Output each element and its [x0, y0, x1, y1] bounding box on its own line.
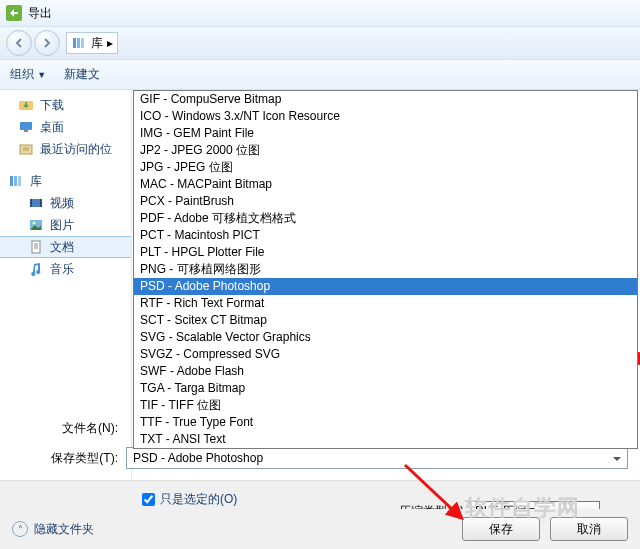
download-icon [18, 97, 34, 113]
svg-rect-9 [18, 176, 21, 186]
nav-bar: 库 ▸ [0, 26, 640, 60]
svg-rect-15 [32, 241, 40, 253]
path-box[interactable]: 库 ▸ [66, 32, 118, 54]
svg-rect-12 [40, 199, 42, 207]
back-button[interactable] [6, 30, 32, 56]
chevron-up-icon: ˄ [12, 521, 28, 537]
path-label: 库 [91, 35, 103, 52]
recent-icon [18, 141, 34, 157]
pictures-icon [28, 217, 44, 233]
organize-menu[interactable]: 组织 ▼ [10, 66, 46, 83]
svg-rect-11 [30, 199, 32, 207]
window-title: 导出 [28, 5, 52, 22]
dropdown-item[interactable]: IMG - GEM Paint File [134, 125, 637, 142]
dropdown-item[interactable]: GIF - CompuServe Bitmap [134, 91, 637, 108]
svg-rect-5 [24, 130, 28, 132]
nav-buttons [6, 30, 60, 56]
svg-rect-7 [10, 176, 13, 186]
sidebar-item-label: 下载 [40, 97, 64, 114]
save-type-dropdown-list[interactable]: GIF - CompuServe BitmapICO - Windows 3.x… [133, 90, 638, 449]
save-button[interactable]: 保存 [462, 517, 540, 541]
forward-button[interactable] [34, 30, 60, 56]
dropdown-item[interactable]: SVGZ - Compressed SVG [134, 346, 637, 363]
dropdown-item[interactable]: PCT - Macintosh PICT [134, 227, 637, 244]
library-icon [8, 173, 24, 189]
main-area: 下载 桌面 最近访问的位 库 视频 图片 [0, 90, 640, 480]
sidebar-item-label: 文档 [50, 239, 74, 256]
svg-rect-2 [81, 38, 84, 48]
checkbox-input[interactable] [142, 493, 155, 506]
library-icon [71, 35, 87, 51]
new-folder-button[interactable]: 新建文 [64, 66, 100, 83]
svg-point-14 [33, 222, 36, 225]
bottom-bar: ˄ 隐藏文件夹 保存 取消 [0, 509, 640, 549]
dropdown-item[interactable]: SWF - Adobe Flash [134, 363, 637, 380]
sidebar-item-music[interactable]: 音乐 [0, 258, 131, 280]
svg-rect-0 [73, 38, 76, 48]
sidebar-item-documents[interactable]: 文档 [0, 236, 131, 258]
dropdown-item[interactable]: SVG - Scalable Vector Graphics [134, 329, 637, 346]
dropdown-item[interactable]: PLT - HPGL Plotter File [134, 244, 637, 261]
dropdown-item[interactable]: JP2 - JPEG 2000 位图 [134, 142, 637, 159]
dropdown-item[interactable]: SCT - Scitex CT Bitmap [134, 312, 637, 329]
sidebar-item-label: 视频 [50, 195, 74, 212]
dropdown-item[interactable]: TTF - True Type Font [134, 414, 637, 431]
chevron-down-icon: ▼ [37, 70, 46, 80]
sidebar-item-pictures[interactable]: 图片 [0, 214, 131, 236]
filename-label: 文件名(N): [0, 420, 126, 437]
hide-folders-label: 隐藏文件夹 [34, 521, 94, 538]
dropdown-item[interactable]: TGA - Targa Bitmap [134, 380, 637, 397]
sidebar-item-label: 音乐 [50, 261, 74, 278]
dropdown-item[interactable]: PSD - Adobe Photoshop [134, 278, 637, 295]
dropdown-item[interactable]: PCX - PaintBrush [134, 193, 637, 210]
title-bar: 导出 [0, 0, 640, 26]
svg-rect-1 [77, 38, 80, 48]
sidebar-item-downloads[interactable]: 下载 [0, 94, 131, 116]
checkbox-label: 只是选定的(O) [160, 491, 237, 508]
chevron-right-icon: ▸ [107, 36, 113, 50]
sidebar-item-label: 最近访问的位 [40, 141, 112, 158]
documents-icon [28, 239, 44, 255]
save-type-combo[interactable]: PSD - Adobe Photoshop [126, 447, 628, 469]
sidebar-item-label: 桌面 [40, 119, 64, 136]
toolbar: 组织 ▼ 新建文 [0, 60, 640, 90]
dropdown-item[interactable]: RTF - Rich Text Format [134, 295, 637, 312]
dropdown-item[interactable]: ICO - Windows 3.x/NT Icon Resource [134, 108, 637, 125]
sidebar-item-videos[interactable]: 视频 [0, 192, 131, 214]
save-type-value: PSD - Adobe Photoshop [133, 451, 263, 465]
svg-rect-4 [20, 122, 32, 130]
dropdown-item[interactable]: MAC - MACPaint Bitmap [134, 176, 637, 193]
app-icon [6, 5, 22, 21]
checkbox-selected-only[interactable]: 只是选定的(O) [142, 491, 279, 508]
sidebar-item-recent[interactable]: 最近访问的位 [0, 138, 131, 160]
sidebar-item-label: 图片 [50, 217, 74, 234]
cancel-button[interactable]: 取消 [550, 517, 628, 541]
chevron-down-icon [609, 451, 625, 467]
dropdown-item[interactable]: TIF - TIFF 位图 [134, 397, 637, 414]
dropdown-item[interactable]: JPG - JPEG 位图 [134, 159, 637, 176]
svg-rect-8 [14, 176, 17, 186]
music-icon [28, 261, 44, 277]
dropdown-item[interactable]: PNG - 可移植网络图形 [134, 261, 637, 278]
savetype-label: 保存类型(T): [0, 450, 126, 467]
dropdown-item[interactable]: PDF - Adobe 可移植文档格式 [134, 210, 637, 227]
video-icon [28, 195, 44, 211]
dropdown-item[interactable]: TXT - ANSI Text [134, 431, 637, 448]
sidebar-item-desktop[interactable]: 桌面 [0, 116, 131, 138]
sidebar-item-label: 库 [30, 173, 42, 190]
desktop-icon [18, 119, 34, 135]
sidebar-library-header[interactable]: 库 [0, 170, 131, 192]
hide-folders-toggle[interactable]: ˄ 隐藏文件夹 [12, 521, 94, 538]
